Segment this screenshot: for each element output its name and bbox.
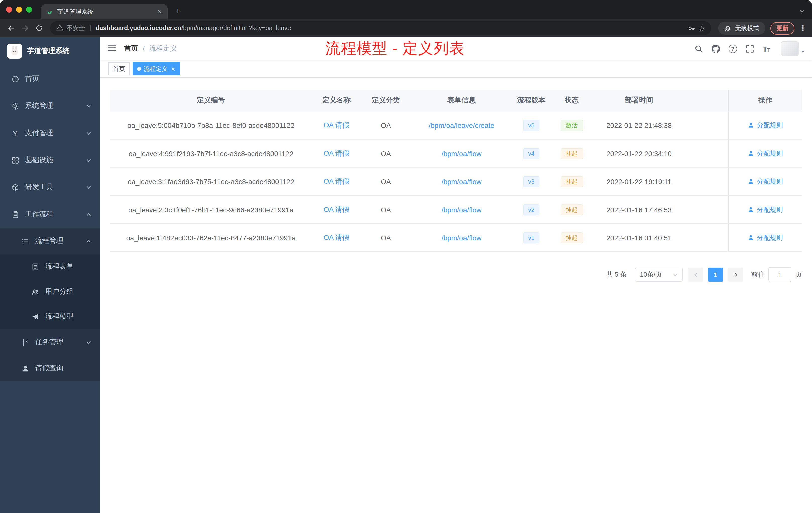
- page-size-select[interactable]: 10条/页: [635, 268, 683, 281]
- tags-view-bar: 首页 流程定义 ×: [100, 60, 812, 78]
- form-info-link[interactable]: /bpm/oa/flow: [442, 234, 482, 242]
- deploy-time: 2022-01-22 19:19:11: [593, 168, 685, 195]
- form-info-link[interactable]: /bpm/oa/flow: [442, 149, 482, 157]
- row-filler: [685, 112, 728, 139]
- goto-page-input[interactable]: [768, 267, 791, 282]
- tag-process-definition[interactable]: 流程定义 ×: [133, 62, 179, 75]
- browser-toolbar: 不安全 | dashboard.yudao.iocoder.cn/bpm/man…: [0, 19, 812, 37]
- window-minimize-button[interactable]: [16, 6, 22, 12]
- page-number-button[interactable]: 1: [708, 268, 723, 281]
- github-icon[interactable]: [711, 44, 720, 53]
- sidebar-item-infrastructure[interactable]: 基础设施: [0, 147, 100, 174]
- col-header-id: 定义编号: [111, 90, 311, 111]
- security-label[interactable]: 不安全: [66, 24, 85, 32]
- chevron-right-icon: [733, 272, 738, 277]
- prev-page-button[interactable]: [688, 268, 703, 281]
- table-row: oa_leave:5:004b710b-7b8a-11ec-8ef0-acde4…: [111, 112, 802, 140]
- user-icon: [748, 122, 754, 128]
- breadcrumb-home-link[interactable]: 首页: [124, 44, 138, 53]
- definition-category: OA: [361, 168, 410, 195]
- window-zoom-button[interactable]: [26, 6, 32, 12]
- sidebar-item-workflow[interactable]: 工作流程: [0, 201, 100, 228]
- app-logo: 芋道管理系统: [0, 37, 100, 65]
- sidebar: 芋道管理系统 首页 系统管理 ¥ 支付管理: [0, 37, 100, 513]
- bookmark-star-icon[interactable]: ☆: [698, 24, 705, 32]
- table-body: oa_leave:5:004b710b-7b8a-11ec-8ef0-acde4…: [111, 112, 802, 252]
- definition-name-link[interactable]: OA 请假: [324, 205, 349, 214]
- breadcrumb-current: 流程定义: [149, 44, 177, 53]
- col-header-version: 流程版本: [513, 90, 550, 111]
- form-info-link[interactable]: /bpm/oa/leave/create: [429, 121, 494, 129]
- chevron-up-icon: [86, 212, 91, 217]
- forward-icon[interactable]: [18, 21, 32, 35]
- active-dot: [137, 67, 141, 71]
- sidebar-item-process-management[interactable]: 流程管理: [0, 228, 100, 254]
- assign-rule-link[interactable]: 分配规则: [748, 233, 783, 242]
- browser-menu-icon[interactable]: ⋮: [798, 24, 808, 33]
- font-size-icon[interactable]: TT: [762, 45, 770, 53]
- window-close-button[interactable]: [6, 6, 12, 12]
- next-page-button[interactable]: [728, 268, 743, 281]
- row-actions: 分配规则: [728, 112, 802, 139]
- omnibox-separator: |: [90, 25, 91, 32]
- help-icon[interactable]: ?: [728, 44, 737, 53]
- form-info-link[interactable]: /bpm/oa/flow: [442, 177, 482, 185]
- incognito-badge: 无痕模式: [718, 22, 765, 35]
- workflow-submenu: 流程管理 流程表单 用户分组: [0, 228, 100, 382]
- tag-close-icon[interactable]: ×: [171, 65, 175, 72]
- sidebar-item-devtools[interactable]: 研发工具: [0, 174, 100, 201]
- search-icon[interactable]: [694, 44, 703, 53]
- new-tab-button[interactable]: +: [171, 4, 185, 18]
- page-content: 定义编号 定义名称 定义分类 表单信息 流程版本 状态 部署时间 操作: [100, 78, 812, 513]
- tab-close-icon[interactable]: ×: [157, 8, 163, 15]
- col-header-form: 表单信息: [410, 90, 513, 111]
- browser-tab[interactable]: 芋道管理系统 ×: [41, 4, 168, 19]
- sidebar-item-process-model[interactable]: 流程模型: [0, 304, 100, 329]
- avatar[interactable]: [781, 41, 799, 56]
- definition-name-link[interactable]: OA 请假: [324, 149, 349, 158]
- definition-name-link[interactable]: OA 请假: [324, 121, 349, 130]
- hamburger-icon[interactable]: [108, 43, 117, 55]
- url-domain: dashboard.yudao.iocoder.cn: [96, 25, 181, 32]
- table-row: oa_leave:3:1fad3d93-7b75-11ec-a3c8-acde4…: [111, 168, 802, 196]
- clipboard-icon: [11, 210, 19, 218]
- user-icon: [748, 206, 754, 213]
- definition-name-link[interactable]: OA 请假: [324, 233, 349, 242]
- sidebar-item-home[interactable]: 首页: [0, 65, 100, 92]
- users-icon: [31, 288, 39, 296]
- user-icon: [748, 178, 754, 185]
- sidebar-item-user-group[interactable]: 用户分组: [0, 279, 100, 304]
- password-key-icon[interactable]: [688, 24, 695, 32]
- sidebar-item-payment[interactable]: ¥ 支付管理: [0, 119, 100, 147]
- sidebar-item-task-management[interactable]: 任务管理: [0, 329, 100, 355]
- back-icon[interactable]: [4, 21, 18, 35]
- table-row: oa_leave:4:991f2193-7b7f-11ec-a3c8-acde4…: [111, 140, 802, 168]
- browser-update-button[interactable]: 更新: [770, 22, 794, 34]
- address-bar[interactable]: 不安全 | dashboard.yudao.iocoder.cn/bpm/man…: [50, 21, 711, 35]
- paper-plane-icon: [31, 313, 39, 321]
- form-info-link[interactable]: /bpm/oa/flow: [442, 206, 482, 214]
- user-avatar-menu[interactable]: [781, 41, 805, 56]
- sidebar-item-leave-query[interactable]: 请假查询: [0, 355, 100, 382]
- assign-rule-link[interactable]: 分配规则: [748, 149, 783, 158]
- sidebar-item-system[interactable]: 系统管理: [0, 92, 100, 119]
- tab-title: 芋道管理系统: [57, 7, 153, 16]
- assign-rule-link[interactable]: 分配规则: [748, 205, 783, 214]
- page-annotation: 流程模型 - 定义列表: [325, 38, 465, 59]
- yen-icon: ¥: [11, 129, 19, 137]
- assign-rule-link[interactable]: 分配规则: [748, 177, 783, 186]
- app-shell: 芋道管理系统 首页 系统管理 ¥ 支付管理: [0, 37, 812, 513]
- row-filler: [685, 224, 728, 251]
- reload-icon[interactable]: [32, 21, 46, 35]
- definition-id: oa_leave:2:3c1f0ef1-76b1-11ec-9c66-a2380…: [111, 196, 311, 223]
- definition-name-link[interactable]: OA 请假: [324, 177, 349, 186]
- fullscreen-icon[interactable]: [746, 44, 754, 53]
- tab-search-chevron-icon[interactable]: [800, 8, 805, 14]
- navbar-actions: ? TT: [694, 41, 805, 56]
- sidebar-item-process-form[interactable]: 流程表单: [0, 254, 100, 279]
- tag-home[interactable]: 首页: [109, 62, 129, 75]
- breadcrumb: 首页 / 流程定义: [124, 44, 177, 53]
- window-controls: [0, 0, 38, 19]
- assign-rule-link[interactable]: 分配规则: [748, 121, 783, 130]
- goto-page: 前往 页: [751, 267, 802, 282]
